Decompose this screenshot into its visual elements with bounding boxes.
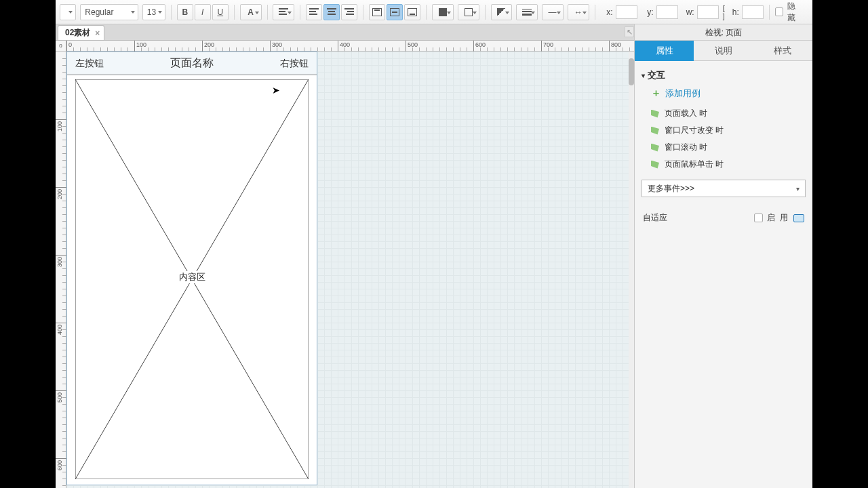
fill-color-button[interactable] <box>432 4 454 20</box>
valign-middle-button[interactable] <box>387 4 403 20</box>
enable-label: 启 用 <box>767 212 789 224</box>
chevron-down-icon: ▾ <box>796 185 800 192</box>
app-window: Regular 13 B I U A — ↔ x: <box>56 0 812 488</box>
event-icon <box>651 161 659 169</box>
hide-checkbox[interactable] <box>775 7 783 16</box>
font-weight-value: Regular <box>85 7 113 17</box>
h-input[interactable] <box>742 5 764 19</box>
x-input[interactable] <box>616 5 637 19</box>
event-item[interactable]: 窗口尺寸改变 时 <box>651 122 806 139</box>
font-size-dropdown[interactable]: 13 <box>142 4 165 20</box>
line-style-button[interactable]: — <box>542 4 564 20</box>
add-case-button[interactable]: ＋ 添加用例 <box>642 84 806 105</box>
tab-notes[interactable]: 说明 <box>694 41 753 61</box>
selection-indicator-icon[interactable]: ↖ <box>625 26 634 37</box>
inspector-panel: ↖ 检视: 页面 属性 说明 样式 ▾ 交互 ＋ 添加用例 页面载入 时 窗口尺… <box>634 24 812 488</box>
vertical-ruler[interactable]: 100 200 300 400 500 600 <box>56 52 66 488</box>
chevron-down-icon <box>447 12 451 14</box>
event-item[interactable]: 窗口滚动 时 <box>651 139 806 156</box>
interaction-section-label: 交互 <box>648 69 665 81</box>
page-tab-active[interactable]: 02素材 × <box>58 25 104 40</box>
valign-bottom-button[interactable] <box>404 4 420 20</box>
design-canvas[interactable]: 左按钮 页面名称 右按钮 内容区 ➤ <box>66 52 634 488</box>
align-center-button[interactable] <box>323 4 340 20</box>
chevron-down-icon: ▾ <box>642 72 645 79</box>
plus-icon: ＋ <box>651 87 661 100</box>
valign-top-button[interactable] <box>369 4 385 20</box>
page-frame[interactable]: 左按钮 页面名称 右按钮 内容区 <box>66 52 317 485</box>
chevron-down-icon <box>583 12 587 14</box>
valign-top-icon <box>372 8 382 16</box>
page-header-bar: 左按钮 页面名称 右按钮 <box>67 52 317 75</box>
w-label: w: <box>682 7 694 17</box>
line-width-button[interactable] <box>516 4 538 20</box>
y-input[interactable] <box>656 5 678 19</box>
more-events-label: 更多事件>>> <box>648 183 694 195</box>
content-placeholder[interactable]: 内容区 <box>75 79 309 479</box>
italic-button[interactable]: I <box>195 4 211 20</box>
enable-adaptive-checkbox[interactable] <box>754 214 763 222</box>
right-button-widget[interactable]: 右按钮 <box>280 58 309 70</box>
chevron-down-icon <box>531 12 535 14</box>
pencil-icon <box>497 8 505 16</box>
format-toolbar: Regular 13 B I U A — ↔ x: <box>56 0 812 24</box>
font-family-dropdown[interactable] <box>60 4 76 20</box>
hide-label: 隐 藏 <box>787 1 808 24</box>
tab-properties[interactable]: 属性 <box>635 41 694 61</box>
text-color-button[interactable]: A <box>240 4 262 20</box>
align-right-icon <box>344 8 354 16</box>
chevron-down-icon <box>288 12 292 14</box>
x-label: x: <box>601 7 613 17</box>
outer-shadow-button[interactable] <box>458 4 479 20</box>
bold-button[interactable]: B <box>177 4 193 20</box>
design-workspace: 0 0 100 200 300 400 500 600 700 800 100 … <box>56 41 634 488</box>
ruler-origin: 0 <box>56 41 66 52</box>
h-label: h: <box>729 7 739 17</box>
page-title-widget[interactable]: 页面名称 <box>170 56 214 70</box>
event-icon <box>651 110 659 118</box>
bullet-list-button[interactable] <box>273 4 294 20</box>
chevron-down-icon <box>557 12 561 14</box>
more-events-dropdown[interactable]: 更多事件>>> ▾ <box>642 180 806 197</box>
event-icon <box>651 144 659 152</box>
underline-button[interactable]: U <box>212 4 229 20</box>
chevron-down-icon <box>255 12 259 14</box>
font-weight-dropdown[interactable]: Regular <box>80 4 138 20</box>
arrow-icon: ↔ <box>574 7 583 17</box>
w-input[interactable] <box>697 5 719 19</box>
horizontal-ruler[interactable]: 0 100 200 300 400 500 600 700 800 <box>66 41 634 52</box>
fill-icon <box>439 8 447 16</box>
event-item[interactable]: 页面鼠标单击 时 <box>651 156 806 173</box>
valign-middle-icon <box>390 8 399 16</box>
chevron-down-icon <box>131 11 135 14</box>
event-list: 页面载入 时 窗口尺寸改变 时 窗口滚动 时 页面鼠标单击 时 <box>651 105 806 173</box>
canvas-scrollbar[interactable] <box>629 52 634 488</box>
device-preset-icon[interactable] <box>793 214 804 222</box>
y-label: y: <box>642 7 654 17</box>
line-width-icon <box>522 9 532 16</box>
add-case-label: 添加用例 <box>665 87 701 100</box>
align-left-icon <box>309 8 319 16</box>
corner-icon: [ ] <box>723 4 726 20</box>
arrow-style-button[interactable]: ↔ <box>568 4 589 20</box>
adaptive-row: 自适应 启 用 <box>642 204 806 232</box>
tab-style[interactable]: 样式 <box>753 41 812 61</box>
inspector-body: ▾ 交互 ＋ 添加用例 页面载入 时 窗口尺寸改变 时 窗口滚动 时 页面鼠标单… <box>635 61 812 237</box>
left-button-widget[interactable]: 左按钮 <box>75 58 104 70</box>
scrollbar-thumb[interactable] <box>629 58 634 85</box>
chevron-down-icon <box>68 11 73 14</box>
inspector-title: 检视: 页面 <box>635 24 812 41</box>
interaction-section-header[interactable]: ▾ 交互 <box>642 66 806 84</box>
close-icon[interactable]: × <box>95 28 100 38</box>
valign-bottom-icon <box>408 8 417 16</box>
event-item[interactable]: 页面载入 时 <box>651 105 806 122</box>
align-left-button[interactable] <box>306 4 322 20</box>
line-color-button[interactable] <box>491 4 513 20</box>
font-size-value: 13 <box>147 7 156 17</box>
chevron-down-icon <box>473 12 477 14</box>
shadow-icon <box>465 8 473 16</box>
align-right-button[interactable] <box>341 4 357 20</box>
page-tab-label: 02素材 <box>65 27 90 39</box>
adaptive-label: 自适应 <box>643 212 667 224</box>
content-label: 内容区 <box>176 271 208 283</box>
